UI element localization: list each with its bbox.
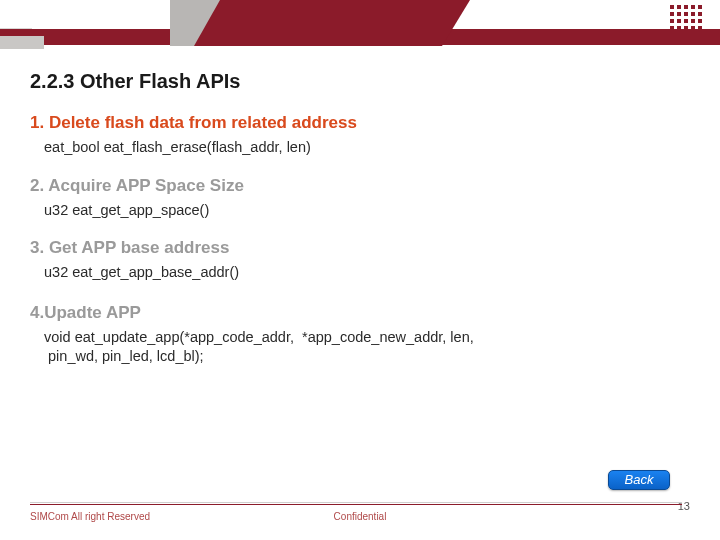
content-area: 2.2.3 Other Flash APIs 1. Delete flash d… — [30, 70, 680, 385]
slide-page: 2.2.3 Other Flash APIs 1. Delete flash d… — [0, 0, 720, 540]
api-item-code-1: eat_bool eat_flash_erase(flash_addr, len… — [44, 138, 680, 158]
api-item-title-3: 3. Get APP base address — [30, 238, 680, 258]
section-heading: 2.2.3 Other Flash APIs — [30, 70, 680, 93]
api-item-title-1: 1. Delete flash data from related addres… — [30, 113, 680, 133]
footer-left: SIMCom All right Reserved — [30, 511, 150, 522]
decor-dot-grid — [670, 5, 702, 30]
footer: SIMCom All right Reserved Confidential — [30, 511, 690, 522]
api-item-code-4: void eat_update_app(*app_code_addr, *app… — [44, 328, 680, 367]
api-item-code-2: u32 eat_get_app_space() — [44, 201, 680, 221]
api-item-code-3: u32 eat_get_app_base_addr() — [44, 263, 680, 283]
footer-center: Confidential — [334, 511, 387, 522]
decor-tab-bottom — [0, 36, 44, 49]
api-item-title-4: 4.Upadte APP — [30, 303, 680, 323]
api-item-title-2: 2. Acquire APP Space Size — [30, 176, 680, 196]
decor-parallelogram — [170, 0, 470, 46]
back-button[interactable]: Back — [608, 470, 670, 490]
